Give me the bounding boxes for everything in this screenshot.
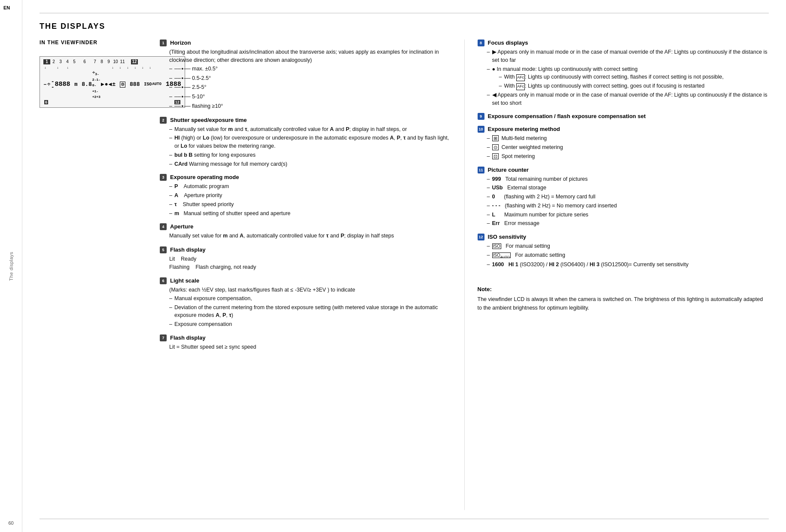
- section-11-heading: Picture counter: [488, 167, 529, 173]
- vf-num-7: 7: [91, 59, 98, 64]
- vf-dash: –: [43, 82, 47, 87]
- section-6-list: Manual exposure compensation, Deviation …: [169, 295, 451, 328]
- section-label: The displays: [9, 252, 14, 281]
- list-item: CArd Warning message for full memory car…: [169, 160, 451, 168]
- list-item: Manual exposure compensation,: [169, 295, 451, 303]
- section-4-text: Manually set value for m and A, automati…: [169, 232, 451, 240]
- section-2-heading: Shutter speed/exposure time: [170, 117, 247, 123]
- language-label: EN: [3, 5, 10, 10]
- page-number: 60: [8, 520, 13, 526]
- vf-num-5: 5: [71, 59, 78, 64]
- vf-num-1: 1: [43, 59, 50, 64]
- section-2-content: Manually set value for m and τ, automati…: [169, 125, 451, 168]
- flash-flashing: Flashing Flash charging, not ready: [169, 263, 451, 271]
- section-1-title: 1 Horizon: [160, 40, 451, 46]
- section-2: 2 Shutter speed/exposure time Manually s…: [160, 117, 451, 168]
- section-6: 6 Light scale (Marks: each ½EV step, las…: [160, 277, 451, 328]
- horizon-val-1: ──•──: [174, 66, 191, 72]
- list-item: ● In manual mode: Lights up continuously…: [487, 65, 769, 90]
- multi-field-icon: ⊞: [492, 135, 499, 141]
- bottom-rule: [40, 519, 769, 519]
- section-11-title: 11 Picture counter: [478, 167, 769, 173]
- vf-num-12: 12: [131, 59, 138, 64]
- horizon-val-5: ──•──: [174, 103, 191, 109]
- afc-icon-2: AFc: [516, 83, 525, 90]
- section-1-intro: (Tilting about the longitudinal axis/inc…: [169, 48, 451, 65]
- section-12: 12 ISO sensitivity ISO For manual settin…: [478, 234, 769, 269]
- section-10-title: 10 Exposure metering method: [478, 126, 769, 133]
- section-12-heading: ISO sensitivity: [488, 234, 527, 240]
- list-item: A Aperture priority: [169, 192, 451, 200]
- vf-dashes: --: [51, 79, 55, 90]
- list-item: ⊞ Multi-field metering: [487, 134, 769, 143]
- badge-10: 10: [478, 126, 484, 133]
- section-10-content: ⊞ Multi-field metering ⊙ Center weighted…: [487, 134, 769, 160]
- section-1-content: (Tilting about the longitudinal axis/inc…: [169, 48, 451, 111]
- vf-space: [70, 82, 74, 87]
- top-rule: [40, 13, 769, 13]
- section-7-content: Lit = Shutter speed set ≥ sync speed: [169, 343, 451, 351]
- vf-circle: ●: [105, 82, 108, 87]
- section-1-heading: Horizon: [170, 40, 191, 46]
- section-5-content: Lit Ready Flashing Flash charging, not r…: [169, 255, 451, 272]
- columns-layout: IN THE VIEWFINDER 1 2 3 4 5 6 7 8: [40, 40, 769, 510]
- badge-7: 7: [160, 334, 167, 341]
- vf-divider: ÷: [47, 82, 51, 87]
- vf-num-11: 11: [119, 59, 126, 64]
- badge-5: 5: [160, 246, 167, 253]
- list-item: USb External storage: [487, 184, 769, 192]
- vf-88: 8.8: [82, 82, 91, 87]
- section-9-heading: Exposure compensation / flash exposure c…: [488, 113, 646, 119]
- section-8: 8 Focus displays ▶ Appears only in manua…: [478, 40, 769, 107]
- section-3-list: P Automatic program A Aperture priority …: [169, 182, 451, 217]
- section-7: 7 Flash display Lit = Shutter speed set …: [160, 334, 451, 351]
- vf-space2: [78, 82, 81, 87]
- section-9-title: 9 Exposure compensation / flash exposure…: [478, 113, 769, 120]
- main-content: THE DISPLAYS IN THE VIEWFINDER 1 2 3 4 5…: [22, 0, 786, 532]
- list-item: Deviation of the current metering from t…: [169, 304, 451, 320]
- list-item: τ Shutter speed priority: [169, 201, 451, 209]
- spot-icon: ⊡: [492, 153, 499, 159]
- section-8-sublist: With AFc: Lights up continuously with co…: [492, 73, 769, 90]
- vf-space3: [116, 82, 119, 87]
- vf-888: 888: [130, 82, 140, 87]
- page-title: THE DISPLAYS: [40, 22, 769, 31]
- viewfinder-label: IN THE VIEWFINDER: [40, 40, 151, 46]
- list-item: m Manual setting of shutter speed and ap…: [169, 210, 451, 218]
- section-3-content: P Automatic program A Aperture priority …: [169, 182, 451, 217]
- list-item: With AFc: Lights up continuously with co…: [499, 82, 769, 90]
- badge-4: 4: [160, 223, 167, 230]
- vf-bottom-6: 6: [43, 100, 48, 105]
- section-8-title: 8 Focus displays: [478, 40, 769, 46]
- vf-num-6: 6: [81, 59, 88, 64]
- flash-lit: Lit Ready: [169, 255, 451, 263]
- badge-6: 6: [160, 277, 167, 284]
- section-10-heading: Exposure metering method: [488, 126, 560, 132]
- list-item: bul b B setting for long exposures: [169, 151, 451, 159]
- section-4-title: 4 Aperture: [160, 223, 451, 230]
- page-container: EN The displays 60 THE DISPLAYS IN THE V…: [0, 0, 786, 532]
- section-7-text: Lit = Shutter speed set ≥ sync speed: [169, 343, 451, 351]
- horizon-val-4: ──•──: [174, 94, 191, 100]
- badge-1: 1: [160, 40, 167, 46]
- list-item: ──•── 0.5-2.5°: [169, 74, 451, 83]
- badge-9: 9: [478, 113, 484, 120]
- badge-2: 2: [160, 117, 167, 124]
- vf-iso: ISO: [144, 82, 152, 87]
- section-6-heading: Light scale: [170, 277, 199, 284]
- list-item: Err Error message: [487, 219, 769, 228]
- list-item: ◀ Appears only in manual mode or in the …: [487, 91, 769, 107]
- list-item: ──•── max. ±0.5°: [169, 65, 451, 73]
- section-4: 4 Aperture Manually set value for m and …: [160, 223, 451, 240]
- vf-arrow-left: ◀: [109, 82, 112, 87]
- note-text: The viewfinder LCD is always lit when th…: [478, 295, 769, 312]
- sidebar: EN The displays 60: [0, 0, 22, 532]
- list-item: ⊡ Spot metering: [487, 152, 769, 161]
- section-11-list: 999 Total remaining number of pictures U…: [487, 175, 769, 228]
- list-item: 0 (flashing with 2 Hz) = Memory card ful…: [487, 193, 769, 201]
- list-item: P Automatic program: [169, 182, 451, 191]
- center-weighted-icon: ⊙: [492, 144, 499, 150]
- vf-plusminus: ±: [112, 82, 116, 87]
- vf-space5: [140, 82, 143, 87]
- vf-space4: [126, 82, 129, 87]
